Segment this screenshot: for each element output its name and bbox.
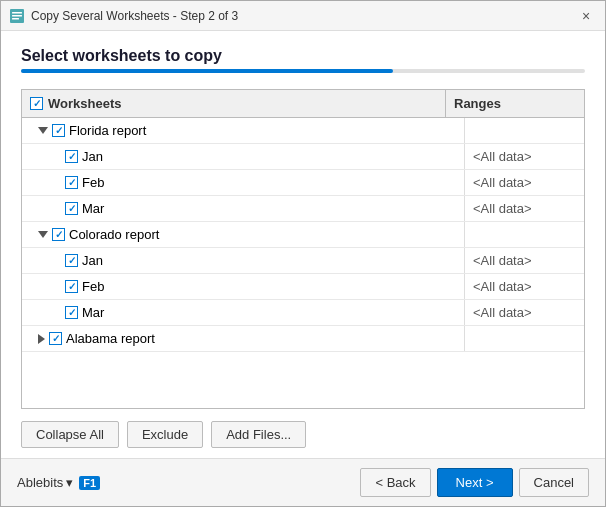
row-cell-label[interactable]: Alabama report bbox=[22, 326, 464, 351]
table-row: Florida report bbox=[22, 118, 584, 144]
row-checkbox[interactable] bbox=[52, 124, 65, 137]
row-cell-label[interactable]: Jan bbox=[22, 144, 464, 169]
footer-left: Ablebits ▾ F1 bbox=[17, 475, 100, 490]
row-cell-range: <All data> bbox=[464, 248, 584, 273]
worksheets-table: Worksheets Ranges Florida report bbox=[21, 89, 585, 409]
svg-rect-3 bbox=[12, 18, 19, 20]
progress-bar-container bbox=[21, 69, 585, 73]
cancel-button[interactable]: Cancel bbox=[519, 468, 589, 497]
row-checkbox[interactable] bbox=[52, 228, 65, 241]
row-cell-range bbox=[464, 326, 584, 351]
row-cell-label[interactable]: Florida report bbox=[22, 118, 464, 143]
page-heading: Select worksheets to copy bbox=[21, 47, 585, 65]
row-cell-range: <All data> bbox=[464, 300, 584, 325]
app-icon bbox=[9, 8, 25, 24]
dialog-footer: Ablebits ▾ F1 < Back Next > Cancel bbox=[1, 458, 605, 506]
row-cell-range: <All data> bbox=[464, 274, 584, 299]
row-cell-range: <All data> bbox=[464, 170, 584, 195]
row-checkbox[interactable] bbox=[65, 150, 78, 163]
table-header: Worksheets Ranges bbox=[22, 90, 584, 118]
expand-icon[interactable] bbox=[38, 231, 48, 238]
ablebits-brand[interactable]: Ablebits ▾ bbox=[17, 475, 73, 490]
table-row: Colorado report bbox=[22, 222, 584, 248]
row-cell-label[interactable]: Feb bbox=[22, 274, 464, 299]
row-cell-range bbox=[464, 222, 584, 247]
row-cell-label[interactable]: Mar bbox=[22, 196, 464, 221]
svg-rect-1 bbox=[12, 12, 22, 14]
table-row: Jan <All data> bbox=[22, 144, 584, 170]
row-cell-label[interactable]: Mar bbox=[22, 300, 464, 325]
dialog-content: Select worksheets to copy Worksheets Ran… bbox=[1, 31, 605, 458]
table-row: Mar <All data> bbox=[22, 300, 584, 326]
table-row: Alabama report bbox=[22, 326, 584, 352]
progress-bar-fill bbox=[21, 69, 393, 73]
row-cell-label[interactable]: Jan bbox=[22, 248, 464, 273]
back-button[interactable]: < Back bbox=[360, 468, 430, 497]
col-header-ranges: Ranges bbox=[446, 90, 566, 117]
row-checkbox[interactable] bbox=[65, 306, 78, 319]
row-cell-label[interactable]: Feb bbox=[22, 170, 464, 195]
next-button[interactable]: Next > bbox=[437, 468, 513, 497]
row-checkbox[interactable] bbox=[65, 202, 78, 215]
title-text: Copy Several Worksheets - Step 2 of 3 bbox=[31, 9, 238, 23]
row-cell-range: <All data> bbox=[464, 196, 584, 221]
close-button[interactable]: × bbox=[575, 5, 597, 27]
row-cell-range bbox=[464, 118, 584, 143]
row-cell-range: <All data> bbox=[464, 144, 584, 169]
expand-icon[interactable] bbox=[38, 334, 45, 344]
table-row: Mar <All data> bbox=[22, 196, 584, 222]
exclude-button[interactable]: Exclude bbox=[127, 421, 203, 448]
title-bar-left: Copy Several Worksheets - Step 2 of 3 bbox=[9, 8, 238, 24]
svg-rect-2 bbox=[12, 15, 22, 17]
footer-right: < Back Next > Cancel bbox=[360, 468, 589, 497]
table-body: Florida report Jan <All data> bbox=[22, 118, 584, 408]
title-bar: Copy Several Worksheets - Step 2 of 3 × bbox=[1, 1, 605, 31]
row-checkbox[interactable] bbox=[49, 332, 62, 345]
collapse-all-button[interactable]: Collapse All bbox=[21, 421, 119, 448]
select-all-checkbox[interactable] bbox=[30, 97, 43, 110]
col-header-worksheets: Worksheets bbox=[22, 90, 446, 117]
table-row: Jan <All data> bbox=[22, 248, 584, 274]
row-checkbox[interactable] bbox=[65, 176, 78, 189]
row-cell-label[interactable]: Colorado report bbox=[22, 222, 464, 247]
f1-badge[interactable]: F1 bbox=[79, 476, 100, 490]
row-checkbox[interactable] bbox=[65, 254, 78, 267]
expand-icon[interactable] bbox=[38, 127, 48, 134]
action-buttons: Collapse All Exclude Add Files... bbox=[21, 421, 585, 448]
dialog-window: Copy Several Worksheets - Step 2 of 3 × … bbox=[0, 0, 606, 507]
table-row: Feb <All data> bbox=[22, 170, 584, 196]
add-files-button[interactable]: Add Files... bbox=[211, 421, 306, 448]
row-checkbox[interactable] bbox=[65, 280, 78, 293]
table-row: Feb <All data> bbox=[22, 274, 584, 300]
